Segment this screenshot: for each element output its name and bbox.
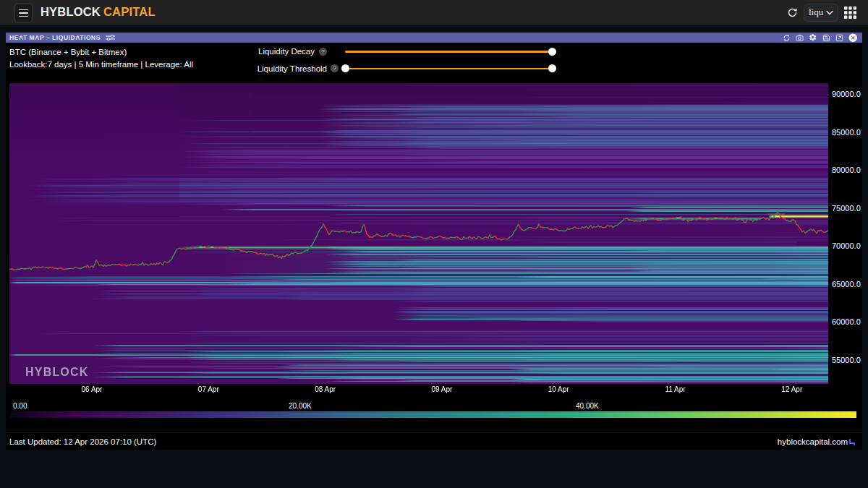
search-value: liqu: [809, 7, 823, 18]
y-axis-label: 80000.0: [832, 166, 861, 174]
liquidity-threshold-help-icon[interactable]: ?: [331, 64, 339, 72]
settings-gear-icon[interactable]: [809, 33, 817, 42]
liquidity-decay-label: Liquidity Decay: [258, 47, 315, 56]
liquidity-decay-thumb[interactable]: [548, 48, 556, 56]
x-axis-label: 09 Apr: [431, 385, 452, 393]
colorbar-ticks: 0.0020.00K40.00K: [6, 402, 862, 411]
liquidity-decay-track[interactable]: [345, 51, 556, 53]
colorbar-tick-label: 40.00K: [576, 402, 599, 410]
liquidity-threshold-low-thumb[interactable]: [341, 64, 349, 72]
y-axis-label: 65000.0: [832, 280, 861, 288]
colorbar-tick-label: 20.00K: [289, 402, 312, 410]
search-dropdown[interactable]: liqu: [804, 4, 838, 22]
top-navbar: HYBLOCKCAPITAL liqu: [0, 0, 868, 25]
x-axis-label: 11 Apr: [665, 385, 685, 393]
refresh-icon[interactable]: [787, 7, 798, 18]
filter-sliders-icon[interactable]: [106, 34, 115, 41]
menu-button[interactable]: [14, 3, 33, 23]
site-label: hyblockcapital.com: [778, 437, 848, 446]
brand-primary: HYBLOCK: [41, 5, 101, 18]
x-axis-label: 10 Apr: [548, 385, 569, 393]
screenshot-camera-icon[interactable]: [796, 34, 804, 42]
x-axis-label: 08 Apr: [315, 385, 336, 393]
chevron-down-icon: [826, 10, 833, 15]
fullscreen-icon[interactable]: [835, 34, 843, 42]
y-axis-label: 75000.0: [832, 204, 861, 213]
y-axis-label: 60000.0: [832, 317, 861, 326]
liquidity-decay-slider[interactable]: [345, 46, 556, 56]
liquidation-heatmap[interactable]: [9, 83, 828, 384]
apps-grid-icon[interactable]: [844, 7, 856, 19]
liquidity-threshold-track[interactable]: [345, 68, 556, 70]
brand-logo: HYBLOCKCAPITAL: [41, 5, 156, 19]
colorbar: [10, 411, 856, 418]
liquidity-threshold-slider[interactable]: [345, 64, 556, 74]
last-updated: Last Updated: 12 Apr 2026 07:10 (UTC): [9, 437, 156, 446]
panel-title: HEAT MAP – LIQUIDATIONS: [9, 34, 101, 41]
panel-refresh-icon[interactable]: [783, 34, 791, 42]
y-axis-label: 90000.0: [832, 90, 861, 98]
liquidity-decay-help-icon[interactable]: ?: [319, 48, 327, 56]
x-axis: 06 Apr07 Apr08 Apr09 Apr10 Apr11 Apr12 A…: [9, 384, 828, 394]
y-axis-label: 55000.0: [832, 356, 861, 364]
y-axis-label: 85000.0: [832, 128, 861, 137]
save-icon[interactable]: [822, 34, 830, 42]
x-axis-label: 12 Apr: [781, 385, 802, 393]
x-axis-label: 07 Apr: [198, 385, 219, 393]
liquidity-threshold-high-thumb[interactable]: [548, 64, 556, 72]
site-link[interactable]: hyblockcapital.com: [778, 437, 855, 446]
x-axis-label: 06 Apr: [82, 385, 103, 393]
panel-footer: Last Updated: 12 Apr 2026 07:10 (UTC) hy…: [6, 432, 862, 450]
close-icon[interactable]: [848, 33, 858, 43]
watermark: HYBLOCK: [25, 366, 89, 379]
liquidity-threshold-label: Liquidity Threshold: [258, 64, 327, 73]
colorbar-tick-label: 0.00: [13, 402, 27, 410]
y-axis-label: 70000.0: [832, 241, 861, 250]
panel-header[interactable]: HEAT MAP – LIQUIDATIONS: [6, 33, 862, 43]
heatmap-panel: HEAT MAP – LIQUIDATIONS: [6, 33, 862, 450]
brand-secondary: CAPITAL: [103, 5, 156, 18]
hyblock-mark-icon: [849, 439, 855, 445]
